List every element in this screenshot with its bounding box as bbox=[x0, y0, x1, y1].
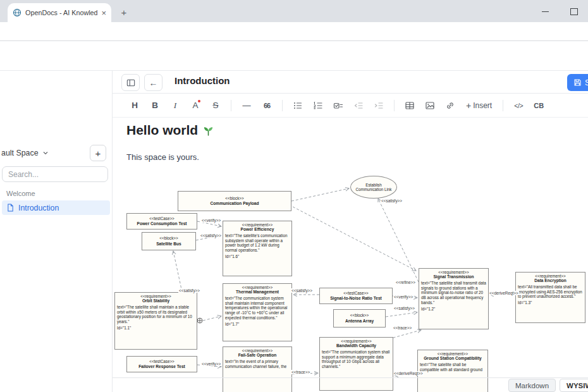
task-list-button[interactable] bbox=[330, 97, 346, 114]
diagram-node: <<block>>Antenna Array bbox=[333, 309, 386, 328]
indent-button[interactable] bbox=[371, 97, 387, 114]
document-heading: Hello world bbox=[126, 123, 214, 138]
insert-glyph: + bbox=[466, 101, 471, 111]
color-dot bbox=[198, 100, 200, 102]
diagram-node: <<block>>Satellite Bus bbox=[142, 232, 196, 250]
new-tab-button[interactable]: + bbox=[118, 6, 130, 18]
edge-label: <<trace>> bbox=[291, 370, 310, 374]
window-minimize-button[interactable] bbox=[537, 7, 553, 16]
heading-glyph: H bbox=[132, 101, 138, 110]
italic-button[interactable]: I bbox=[167, 97, 183, 114]
tab-title: OpenDocs - AI Knowledge Base bbox=[25, 9, 97, 16]
blockquote-button[interactable]: 66 bbox=[259, 97, 275, 114]
edge-label: <<satisfy>> bbox=[178, 288, 200, 293]
link-icon bbox=[445, 101, 455, 111]
edge-label: <<deriveReqt>> bbox=[489, 291, 519, 295]
horizontal-rule-button[interactable]: — bbox=[238, 97, 255, 114]
diagram-node: Establish Communication Link bbox=[350, 176, 397, 199]
diagram-node: <<requirement>>Bandwidth Capacitytext="T… bbox=[319, 337, 393, 391]
edge-label: <<deriveReqt>> bbox=[393, 371, 424, 376]
sidebar-item-label: Introduction bbox=[18, 204, 59, 212]
bullet-list-icon bbox=[293, 101, 303, 111]
edge-label: <<trace>> bbox=[393, 326, 412, 330]
font-color-glyph: A bbox=[192, 101, 198, 110]
save-button[interactable]: Save bbox=[567, 74, 588, 91]
diagram-node: <<requirement>>Orbit Stabilitytext="The … bbox=[114, 292, 197, 350]
bold-button[interactable]: B bbox=[147, 97, 163, 114]
custom-block-button[interactable]: CB bbox=[530, 97, 547, 114]
link-button[interactable] bbox=[442, 97, 458, 114]
ordered-list-icon bbox=[313, 101, 323, 111]
sidebar: ault Space + Welcome Introduction bbox=[0, 71, 113, 392]
italic-glyph: I bbox=[174, 101, 177, 111]
diagram-node: <<requirement>>Ground Station Compatibil… bbox=[417, 350, 488, 392]
diagram[interactable]: Establish Communication Link<<block>>Com… bbox=[113, 171, 588, 392]
browser-tab[interactable]: OpenDocs - AI Knowledge Base × bbox=[8, 3, 111, 22]
table-button[interactable] bbox=[401, 97, 418, 114]
edge-label: <<satisfy>> bbox=[393, 306, 415, 310]
add-page-button[interactable]: + bbox=[90, 145, 106, 161]
app-header: OpenDocs Powered by Visual Paradigm Shar… bbox=[0, 41, 588, 71]
horizontal-rule-glyph: — bbox=[243, 101, 251, 110]
custom-block-glyph: CB bbox=[534, 102, 544, 109]
indent-icon bbox=[374, 101, 384, 111]
image-button[interactable] bbox=[422, 97, 438, 114]
font-color-button[interactable]: A bbox=[187, 97, 204, 114]
bullet-list-button[interactable] bbox=[290, 97, 306, 114]
code-block-glyph: </> bbox=[514, 102, 523, 109]
toggle-sidebar-button[interactable] bbox=[121, 74, 140, 91]
markdown-mode-button[interactable]: Markdown bbox=[508, 379, 556, 392]
toolbar-separator bbox=[503, 100, 503, 111]
edge-label: <<satisfy>> bbox=[200, 233, 222, 238]
page-title: Introduction bbox=[175, 75, 230, 86]
favicon-globe-icon bbox=[13, 8, 21, 17]
edge-label: <<verify>> bbox=[393, 295, 413, 299]
task-list-icon bbox=[333, 101, 343, 111]
document-paragraph: This space is yours. bbox=[126, 152, 199, 162]
diagram-node: <<requirement>>Thermal Managementtext="T… bbox=[223, 283, 292, 341]
ordered-list-button[interactable] bbox=[310, 97, 326, 114]
code-block-button[interactable]: </> bbox=[510, 97, 527, 114]
diagram-node: <<testCase>>Failover Response Test bbox=[126, 356, 197, 372]
sidebar-item-introduction[interactable]: Introduction bbox=[2, 200, 110, 215]
toolbar-separator bbox=[394, 100, 395, 111]
diagram-node: <<testCase>>Power Consumption Test bbox=[126, 213, 197, 230]
toolbar-separator bbox=[231, 100, 231, 111]
browser-navbar: → ≡ ai-toolbox.visual-paradigm.com/app/o… bbox=[0, 22, 588, 41]
outdent-button[interactable] bbox=[350, 97, 367, 114]
save-floppy-icon bbox=[573, 78, 582, 87]
blockquote-glyph: 66 bbox=[264, 102, 270, 109]
format-toolbar: HBIAS—66+Insert</>CB bbox=[113, 94, 588, 118]
toolbar-separator bbox=[282, 100, 283, 111]
edge-label: <<refine>> bbox=[395, 280, 416, 285]
editor-mode-switch: Markdown WYSIWYG bbox=[508, 379, 588, 392]
document-icon bbox=[7, 204, 14, 212]
edge-label: <<verify>> bbox=[201, 362, 221, 366]
heading-button[interactable]: H bbox=[126, 97, 143, 114]
space-name: ault Space bbox=[1, 149, 39, 157]
search-input[interactable] bbox=[2, 166, 108, 182]
editor-bottom-divider bbox=[113, 377, 588, 378]
tab-strip: OpenDocs - AI Knowledge Base × + bbox=[0, 0, 588, 22]
edge-label: <<verify>> bbox=[201, 218, 221, 223]
diagram-node: <<requirement>>Data Encryptiontext="All … bbox=[515, 272, 585, 323]
back-button[interactable]: ← bbox=[144, 74, 162, 91]
maximize-icon bbox=[570, 8, 578, 15]
image-icon bbox=[425, 101, 435, 111]
sidebar-section-welcome: Welcome bbox=[6, 190, 35, 197]
table-icon bbox=[405, 101, 415, 111]
panel-icon bbox=[126, 78, 135, 87]
tab-close-icon[interactable]: × bbox=[101, 9, 106, 17]
strikethrough-glyph: S bbox=[212, 101, 218, 110]
browser-window: OpenDocs - AI Knowledge Base × + → ≡ ai-… bbox=[0, 0, 588, 392]
diagram-node: <<block>>Communication Payload bbox=[178, 191, 291, 211]
strikethrough-button[interactable]: S bbox=[207, 97, 224, 114]
outdent-icon bbox=[353, 101, 364, 111]
window-maximize-button[interactable] bbox=[566, 7, 582, 16]
seedling-icon bbox=[202, 125, 214, 137]
wysiwyg-mode-button[interactable]: WYSIWYG bbox=[560, 379, 588, 392]
insert-button[interactable]: +Insert bbox=[462, 97, 496, 114]
chevron-down-icon bbox=[42, 150, 49, 156]
edge-label: <<satisfy>> bbox=[381, 199, 403, 203]
diagram-node: <<requirement>>Signal Transmissiontext="… bbox=[419, 268, 489, 329]
